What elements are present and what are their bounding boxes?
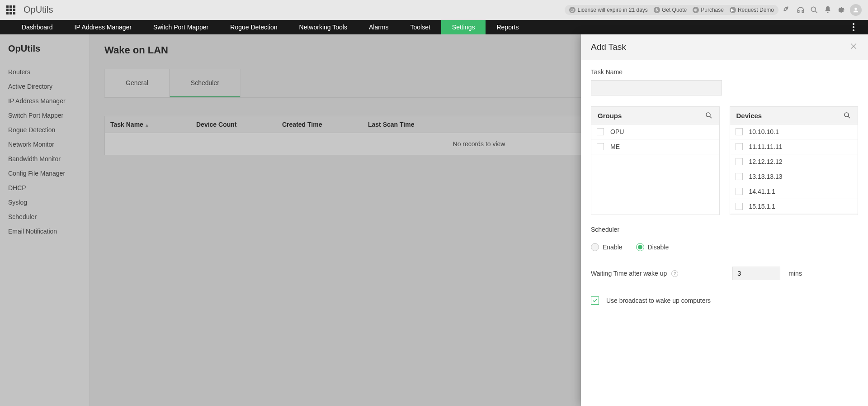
help-icon[interactable]: ? bbox=[671, 270, 678, 277]
svg-point-7 bbox=[844, 113, 849, 117]
panel-header: Add Task bbox=[581, 34, 868, 60]
checkbox[interactable] bbox=[597, 143, 604, 150]
checkbox[interactable] bbox=[736, 188, 743, 195]
checkbox[interactable] bbox=[736, 128, 743, 135]
request-demo-text: Request Demo bbox=[738, 7, 774, 13]
checkbox[interactable] bbox=[736, 173, 743, 180]
nav-item-alarms[interactable]: Alarms bbox=[358, 20, 400, 34]
list-item[interactable]: OPU bbox=[591, 124, 719, 139]
waiting-label: Waiting Time after wake up bbox=[591, 270, 667, 277]
list-item[interactable]: 14.41.1.1 bbox=[730, 184, 858, 199]
device-ip: 13.13.13.13 bbox=[749, 173, 783, 180]
bell-icon[interactable] bbox=[823, 5, 833, 15]
nav-item-rogue-detection[interactable]: Rogue Detection bbox=[219, 20, 288, 34]
panel-title: Add Task bbox=[591, 42, 626, 52]
device-ip: 12.12.12.12 bbox=[749, 158, 783, 165]
radio-icon bbox=[591, 243, 599, 251]
device-ip: 15.15.1.1 bbox=[749, 203, 775, 210]
scheduler-radio-group: Enable Disable bbox=[591, 243, 858, 251]
avatar[interactable] bbox=[850, 4, 862, 16]
two-column-lists: Groups OPUME Devices 10.10.10.111.11.11.… bbox=[591, 106, 858, 215]
radio-disable[interactable]: Disable bbox=[636, 243, 669, 251]
device-ip: 11.11.11.11 bbox=[749, 143, 783, 150]
svg-point-6 bbox=[706, 113, 710, 117]
groups-label: Groups bbox=[598, 112, 622, 119]
checkbox[interactable] bbox=[736, 143, 743, 150]
devices-list: Devices 10.10.10.111.11.11.1112.12.12.12… bbox=[730, 106, 859, 215]
broadcast-label: Use broadcast to wake up computers bbox=[606, 297, 711, 304]
svg-point-3 bbox=[853, 23, 854, 25]
license-expire[interactable]: ◷ License will expire in 21 days bbox=[569, 7, 647, 13]
device-ip: 14.41.1.1 bbox=[749, 188, 775, 195]
headset-icon[interactable] bbox=[796, 5, 806, 15]
dollar-icon: $ bbox=[654, 7, 660, 13]
svg-point-1 bbox=[811, 7, 816, 11]
task-name-label: Task Name bbox=[591, 68, 858, 76]
groups-header: Groups bbox=[591, 107, 719, 124]
device-ip: 10.10.10.1 bbox=[749, 128, 779, 135]
nav-more-icon[interactable] bbox=[850, 20, 857, 34]
clock-icon: ◷ bbox=[569, 7, 576, 13]
cart-icon: ⊕ bbox=[693, 7, 699, 13]
devices-label: Devices bbox=[736, 112, 762, 119]
nav-item-dashboard[interactable]: Dashboard bbox=[11, 20, 64, 34]
checkbox[interactable] bbox=[736, 158, 743, 165]
checkbox[interactable] bbox=[736, 203, 743, 210]
brand-title: OpUtils bbox=[24, 5, 53, 15]
svg-point-4 bbox=[853, 26, 854, 28]
topbar: OpUtils ◷ License will expire in 21 days… bbox=[0, 0, 868, 20]
list-item[interactable]: 11.11.11.11 bbox=[730, 139, 858, 154]
waiting-time-row: Waiting Time after wake up ? mins bbox=[591, 267, 858, 280]
waiting-time-input[interactable] bbox=[732, 267, 780, 280]
get-quote[interactable]: $ Get Quote bbox=[654, 7, 687, 13]
request-demo[interactable]: ▶ Request Demo bbox=[730, 7, 774, 13]
search-icon[interactable] bbox=[843, 111, 851, 119]
purchase[interactable]: ⊕ Purchase bbox=[693, 7, 724, 13]
apps-grid-icon[interactable] bbox=[6, 5, 15, 14]
nav-item-networking-tools[interactable]: Networking Tools bbox=[288, 20, 358, 34]
panel-body: Task Name Groups OPUME Devices 10.10.10.… bbox=[581, 60, 868, 406]
scheduler-label: Scheduler bbox=[591, 226, 858, 233]
nav-item-switch-port-mapper[interactable]: Switch Port Mapper bbox=[142, 20, 219, 34]
svg-point-2 bbox=[854, 7, 857, 10]
search-icon[interactable] bbox=[705, 111, 713, 119]
broadcast-row: Use broadcast to wake up computers bbox=[591, 296, 858, 305]
add-task-panel: Add Task Task Name Groups OPUME Devices … bbox=[581, 34, 868, 406]
svg-point-0 bbox=[786, 7, 787, 8]
mins-label: mins bbox=[788, 270, 802, 277]
license-pill-group: ◷ License will expire in 21 days $ Get Q… bbox=[565, 5, 778, 15]
enable-label: Enable bbox=[603, 244, 623, 251]
license-expire-text: License will expire in 21 days bbox=[577, 7, 647, 13]
search-icon[interactable] bbox=[809, 5, 819, 15]
gear-icon[interactable] bbox=[836, 5, 846, 15]
svg-point-5 bbox=[853, 29, 854, 31]
purchase-text: Purchase bbox=[701, 7, 724, 13]
task-name-input[interactable] bbox=[591, 80, 722, 96]
demo-icon: ▶ bbox=[730, 7, 736, 13]
close-icon[interactable] bbox=[849, 42, 858, 53]
list-item[interactable]: 10.10.10.1 bbox=[730, 124, 858, 139]
navbar: DashboardIP Address ManagerSwitch Port M… bbox=[0, 20, 868, 34]
list-item[interactable]: 13.13.13.13 bbox=[730, 169, 858, 184]
checkbox[interactable] bbox=[597, 128, 604, 135]
list-item[interactable]: 12.12.12.12 bbox=[730, 154, 858, 169]
groups-list: Groups OPUME bbox=[591, 106, 720, 215]
devices-header: Devices bbox=[730, 107, 858, 124]
topbar-right: ◷ License will expire in 21 days $ Get Q… bbox=[565, 4, 862, 16]
rocket-icon[interactable] bbox=[782, 5, 792, 15]
list-item[interactable]: ME bbox=[591, 139, 719, 154]
nav-item-toolset[interactable]: Toolset bbox=[400, 20, 441, 34]
radio-enable[interactable]: Enable bbox=[591, 243, 623, 251]
nav-item-reports[interactable]: Reports bbox=[486, 20, 529, 34]
disable-label: Disable bbox=[648, 244, 669, 251]
get-quote-text: Get Quote bbox=[662, 7, 687, 13]
broadcast-checkbox[interactable] bbox=[591, 296, 599, 305]
group-name: ME bbox=[610, 143, 620, 150]
list-item[interactable]: 15.15.1.1 bbox=[730, 199, 858, 214]
nav-item-settings[interactable]: Settings bbox=[441, 20, 486, 34]
nav-item-ip-address-manager[interactable]: IP Address Manager bbox=[64, 20, 143, 34]
radio-icon bbox=[636, 243, 644, 251]
group-name: OPU bbox=[610, 128, 624, 135]
